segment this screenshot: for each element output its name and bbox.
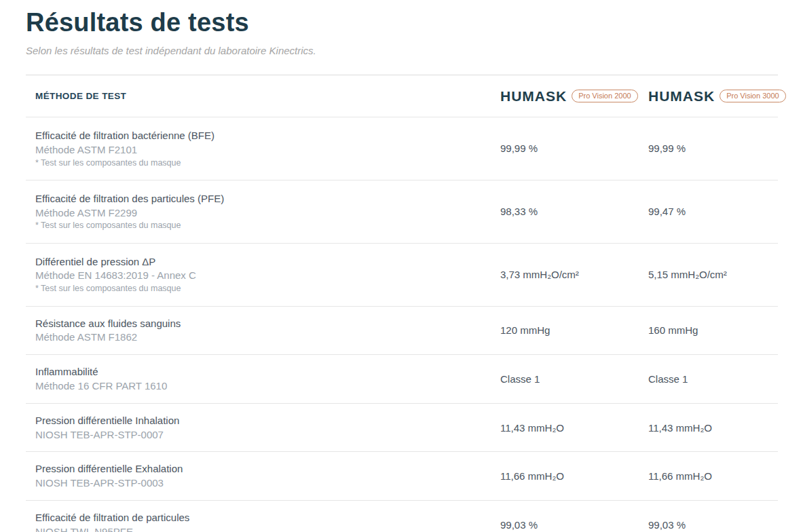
test-name: Inflammabilité <box>35 365 493 379</box>
value-pro-vision-3000: Classe 1 <box>648 373 778 385</box>
page-subtitle: Selon les résultats de test indépendant … <box>26 45 778 56</box>
test-method: Méthode ASTM F1862 <box>35 330 493 344</box>
test-note: * Test sur les composantes du masque <box>35 283 493 294</box>
table-row: Efficacité de filtration des particules … <box>26 180 778 244</box>
test-note: * Test sur les composantes du masque <box>35 157 493 168</box>
table-row: Pression différentielle Inhalation NIOSH… <box>26 404 778 453</box>
test-method: NIOSH TWI_N95PFE <box>35 525 493 532</box>
value-pro-vision-2000: 3,73 mmH₂O/cm² <box>500 269 648 280</box>
value-pro-vision-2000: 98,33 % <box>500 206 648 217</box>
pro-vision-2000-badge: Pro Vision 2000 <box>572 90 637 102</box>
value-pro-vision-2000: 99,99 % <box>500 142 648 154</box>
test-results-page: Résultats de tests Selon les résultats d… <box>0 0 801 532</box>
table-row: Inflammabilité Méthode 16 CFR PART 1610 … <box>26 355 778 404</box>
table-row: Pression différentielle Exhalation NIOSH… <box>26 452 778 501</box>
test-method: NIOSH TEB-APR-STP-0003 <box>35 476 493 490</box>
value-pro-vision-3000: 11,43 mmH₂O <box>648 422 778 434</box>
method-column-header: MÉTHODE DE TEST <box>26 91 500 101</box>
test-name: Efficacité de filtration de particules <box>35 511 493 525</box>
table-row: Efficacité de filtration de particules N… <box>26 501 778 532</box>
test-name: Résistance aux fluides sanguins <box>35 317 493 330</box>
value-pro-vision-3000: 99,03 % <box>648 519 778 531</box>
test-name: Efficacité de filtration des particules … <box>35 192 493 206</box>
test-name: Différentiel de pression ΔP <box>35 255 493 269</box>
test-results-table: MÉTHODE DE TEST HUMASK Pro Vision 2000 H… <box>26 75 778 532</box>
product-column-pro-vision-2000: HUMASK Pro Vision 2000 <box>500 88 648 104</box>
test-method: Méthode 16 CFR PART 1610 <box>35 379 493 393</box>
test-name: Pression différentielle Inhalation <box>35 414 493 428</box>
table-header-row: MÉTHODE DE TEST HUMASK Pro Vision 2000 H… <box>26 75 778 117</box>
test-method: Méthode EN 14683:2019 - Annex C <box>35 269 493 282</box>
value-pro-vision-3000: 5,15 mmH₂O/cm² <box>648 269 778 280</box>
table-row: Résistance aux fluides sanguins Méthode … <box>26 307 778 356</box>
test-method: NIOSH TEB-APR-STP-0007 <box>35 428 493 442</box>
value-pro-vision-2000: 11,43 mmH₂O <box>500 422 648 434</box>
value-pro-vision-3000: 160 mmHg <box>648 324 778 336</box>
table-row: Efficacité de filtration bactérienne (BF… <box>26 117 778 180</box>
test-name: Efficacité de filtration bactérienne (BF… <box>35 129 493 142</box>
value-pro-vision-3000: 99,47 % <box>648 206 778 217</box>
value-pro-vision-3000: 11,66 mmH₂O <box>648 470 778 482</box>
page-title: Résultats de tests <box>26 8 778 37</box>
humask-logo: HUMASK <box>500 88 567 104</box>
value-pro-vision-3000: 99,99 % <box>648 142 778 154</box>
pro-vision-3000-badge: Pro Vision 3000 <box>720 90 785 102</box>
product-column-pro-vision-3000: HUMASK Pro Vision 3000 <box>648 88 778 104</box>
test-method: Méthode ASTM F2101 <box>35 143 493 157</box>
test-note: * Test sur les composantes du masque <box>35 220 493 231</box>
value-pro-vision-2000: Classe 1 <box>500 373 648 385</box>
humask-logo: HUMASK <box>648 88 715 104</box>
test-name: Pression différentielle Exhalation <box>35 462 493 476</box>
value-pro-vision-2000: 99,03 % <box>500 519 648 531</box>
value-pro-vision-2000: 11,66 mmH₂O <box>500 470 648 482</box>
table-row: Différentiel de pression ΔP Méthode EN 1… <box>26 244 778 307</box>
test-method: Méthode ASTM F2299 <box>35 206 493 220</box>
value-pro-vision-2000: 120 mmHg <box>500 324 648 336</box>
